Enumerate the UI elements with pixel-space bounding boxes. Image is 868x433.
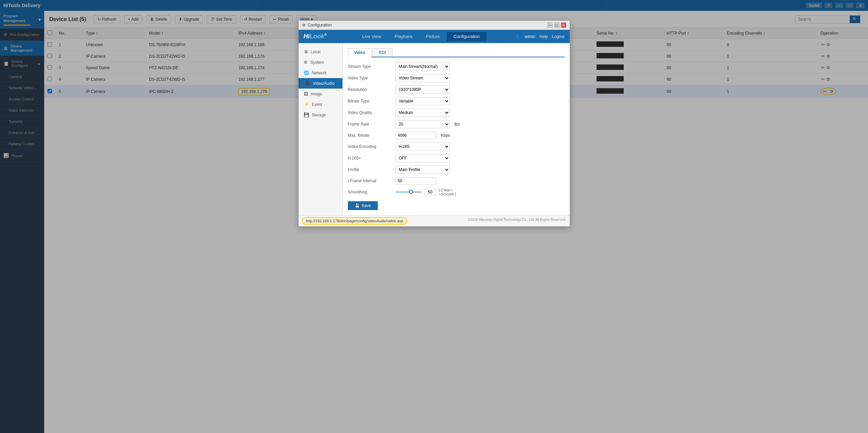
video-quality-control: Medium (395, 109, 463, 117)
max-bitrate-control: Kbps (395, 132, 463, 139)
hilook-logo: HiLook® (304, 33, 327, 40)
user-icon: 👤 (515, 34, 520, 39)
network-icon: 🌐 (304, 70, 309, 75)
modal-close-button[interactable]: ✕ (561, 22, 566, 28)
profile-select[interactable]: Main Profile (395, 166, 450, 174)
modal-body: 🖥 Local ⚙ System 🌐 Network 🎥 Video/Audio… (299, 43, 570, 215)
video-audio-icon: 🎥 (305, 81, 310, 86)
modal-sidebar-storage[interactable]: 💾 Storage (299, 110, 342, 120)
i-frame-control (395, 177, 463, 185)
smoothing-label: Smoothing (348, 190, 395, 194)
max-bitrate-input[interactable] (395, 132, 436, 139)
max-bitrate-label: Max. Bitrate (348, 133, 395, 138)
stream-type-control: Main Stream(Normal) (395, 62, 463, 71)
form-row-resolution: Resolution 1920*1080P (348, 86, 565, 94)
local-icon: 🖥 (304, 49, 308, 54)
storage-icon: 💾 (304, 112, 309, 117)
form-row-h265plus: H.265+ OFF (348, 154, 565, 162)
event-icon: ⚡ (304, 102, 309, 107)
modal-sidebar-event[interactable]: ⚡ Event (299, 99, 342, 110)
form-row-max-bitrate: Max. Bitrate Kbps (348, 132, 565, 139)
image-icon: 🖼 (304, 91, 308, 96)
modal-overlay: ⚙ Configuration ─ □ ✕ HiLook® Live View … (0, 0, 868, 433)
frame-rate-label: Frame Rate (348, 122, 395, 127)
h265plus-label: H.265+ (348, 156, 395, 161)
modal-sidebar-image[interactable]: 🖼 Image (299, 89, 342, 99)
i-frame-label: I Frame Interval (348, 178, 395, 183)
modal-sidebar: 🖥 Local ⚙ System 🌐 Network 🎥 Video/Audio… (299, 43, 343, 215)
frame-rate-select[interactable]: 20 (395, 120, 450, 128)
hilook-nav: Live View Playback Picture Configuration (355, 32, 486, 41)
username: admin (524, 34, 535, 39)
h265plus-select[interactable]: OFF (395, 154, 450, 162)
stream-type-select[interactable]: Main Stream(Normal) (395, 62, 450, 71)
video-type-control: Video Stream (395, 74, 463, 82)
frame-rate-unit: fps (455, 122, 460, 127)
smoothing-thumb[interactable] (409, 190, 413, 194)
bitrate-type-select[interactable]: Variable (395, 97, 450, 105)
help-button[interactable]: Help (539, 34, 548, 39)
form-row-smoothing: Smoothing [ Clear<->Smooth ] (348, 188, 565, 196)
video-type-select[interactable]: Video Stream (395, 74, 450, 82)
modal-sidebar-local[interactable]: 🖥 Local (299, 46, 342, 57)
logout-button[interactable]: Logout (552, 34, 565, 39)
resolution-label: Resolution (348, 87, 395, 92)
nav-picture[interactable]: Picture (419, 32, 446, 41)
modal-footer: http://192.168.1.178/doc/page/config/vid… (299, 215, 570, 226)
video-encoding-select[interactable]: H.265 (395, 143, 450, 151)
video-encoding-label: Video Encoding (348, 144, 395, 149)
nav-live-view[interactable]: Live View (355, 32, 388, 41)
modal-titlebar: ⚙ Configuration ─ □ ✕ (299, 21, 570, 30)
profile-label: Profile (348, 167, 395, 172)
h265plus-control: OFF (395, 154, 463, 162)
nav-playback[interactable]: Playback (388, 32, 420, 41)
profile-control: Main Profile (395, 166, 463, 174)
smoothing-hint: [ Clear<->Smooth ] (439, 188, 463, 196)
form-row-bitrate-type: Bitrate Type Variable (348, 97, 565, 105)
smoothing-value-input[interactable] (424, 189, 436, 195)
video-encoding-control: H.265 (395, 143, 463, 151)
form-row-video-type: Video Type Video Stream (348, 74, 565, 82)
stream-type-label: Stream Type (348, 64, 395, 69)
config-modal: ⚙ Configuration ─ □ ✕ HiLook® Live View … (298, 20, 570, 227)
form-row-stream-type: Stream Type Main Stream(Normal) (348, 62, 565, 71)
url-bar: http://192.168.1.178/doc/page/config/vid… (302, 217, 407, 225)
hilook-user-area: 👤 admin Help Logout (515, 34, 564, 39)
resolution-control: 1920*1080P (395, 86, 463, 94)
video-config-form: Stream Type Main Stream(Normal) Video Ty… (348, 62, 565, 210)
modal-sidebar-video-audio[interactable]: 🎥 Video/Audio (299, 78, 342, 89)
nav-configuration[interactable]: Configuration (447, 32, 486, 41)
form-row-video-encoding: Video Encoding H.265 (348, 143, 565, 151)
modal-sidebar-system[interactable]: ⚙ System (299, 57, 342, 68)
smoothing-slider-container: [ Clear<->Smooth ] (395, 188, 463, 196)
config-content: Video ROI Stream Type Main Stream(Normal… (343, 43, 570, 215)
smoothing-control: [ Clear<->Smooth ] (395, 188, 463, 196)
resolution-select[interactable]: 1920*1080P (395, 86, 450, 94)
form-row-profile: Profile Main Profile (348, 166, 565, 174)
config-tabs: Video ROI (348, 48, 565, 57)
save-button[interactable]: 💾 Save (348, 201, 378, 210)
video-type-label: Video Type (348, 76, 395, 80)
modal-sidebar-network[interactable]: 🌐 Network (299, 68, 342, 78)
system-icon: ⚙ (304, 60, 308, 65)
form-row-i-frame: I Frame Interval (348, 177, 565, 185)
config-icon: ⚙ (302, 23, 306, 27)
hilook-header: HiLook® Live View Playback Picture Confi… (299, 30, 570, 43)
i-frame-input[interactable] (395, 177, 436, 185)
bitrate-type-control: Variable (395, 97, 463, 105)
max-bitrate-unit: Kbps (441, 133, 450, 138)
tab-roi[interactable]: ROI (372, 48, 392, 57)
bitrate-type-label: Bitrate Type (348, 99, 395, 103)
modal-window-buttons: ─ □ ✕ (547, 22, 566, 28)
form-row-frame-rate: Frame Rate 20 fps (348, 120, 565, 128)
copyright-text: ©2019 Hikvision Digital Technology Co., … (468, 218, 566, 222)
modal-restore-button[interactable]: □ (554, 22, 560, 28)
modal-minimize-button[interactable]: ─ (547, 22, 553, 28)
tab-video[interactable]: Video (348, 48, 372, 57)
video-quality-select[interactable]: Medium (395, 109, 450, 117)
save-icon: 💾 (355, 203, 360, 208)
video-quality-label: Video Quality (348, 110, 395, 115)
modal-title: ⚙ Configuration (302, 23, 332, 27)
frame-rate-control: 20 fps (395, 120, 463, 128)
smoothing-track[interactable] (395, 191, 422, 193)
